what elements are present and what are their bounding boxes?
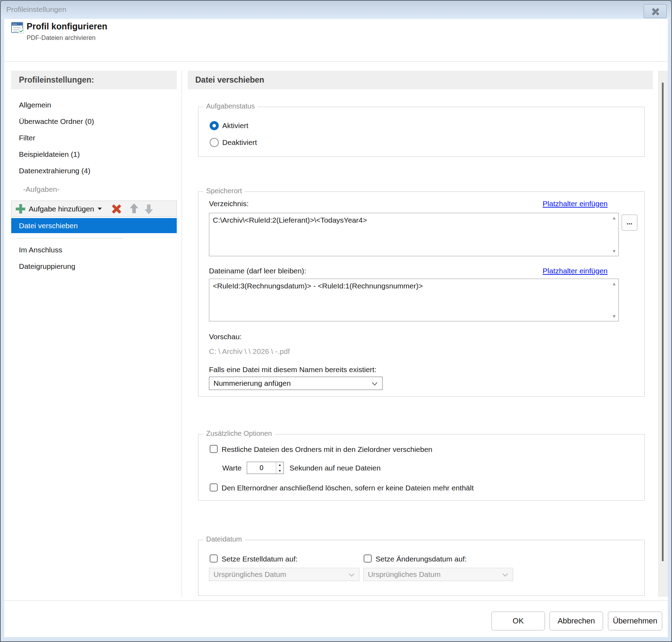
modified-date-value: Ursprüngliches Datum [368, 570, 441, 578]
scroll-up-icon[interactable]: ▲ [612, 215, 616, 221]
sidebar-item-datenextrahierung[interactable]: Datenextrahierung (4) [11, 162, 177, 179]
task-item-dateigruppierung[interactable]: Dateigruppierung [11, 258, 177, 274]
delete-task-icon[interactable] [112, 204, 121, 214]
page-subtitle: PDF-Dateien archivieren [27, 34, 96, 42]
chevron-down-icon [503, 571, 508, 577]
main-scrollbar[interactable] [658, 71, 668, 597]
profile-settings-dialog: Profileinstellungen Profil konfigurieren… [0, 0, 672, 642]
directory-placeholder-link[interactable]: Platzhalter einfügen [542, 200, 608, 208]
cancel-button[interactable]: Abbrechen [550, 612, 603, 630]
filename-label: Dateiname (darf leer bleiben): [209, 267, 306, 275]
task-item-im-anschluss[interactable]: Im Anschluss [11, 242, 177, 258]
chevron-down-icon [349, 571, 355, 577]
storage-legend: Speicherort [203, 187, 245, 195]
created-date-select[interactable]: Ursprüngliches Datum [209, 568, 359, 581]
chevron-down-icon [372, 380, 378, 386]
sidebar: Profileinstellungen: Allgemein Überwacht… [11, 71, 177, 600]
wait-seconds-stepper[interactable]: 0 ▲ ▼ [247, 462, 284, 474]
main-panel: Datei verschieben Aufgabenstatus Aktivie… [188, 71, 658, 600]
dialog-header: Profil konfigurieren PDF-Dateien archivi… [4, 19, 668, 62]
sidebar-heading: Profileinstellungen: [11, 71, 177, 89]
spinner-up-icon[interactable]: ▲ [276, 462, 284, 468]
set-created-date-label: Setze Erstelldatum auf: [222, 555, 298, 563]
close-icon [651, 8, 660, 15]
add-task-dropdown-caret-icon[interactable] [98, 208, 102, 210]
filename-input[interactable]: <RuleId:3(Rechnungsdatum)> - <RuleId:1(R… [209, 279, 619, 321]
move-up-icon[interactable] [130, 203, 138, 214]
wait-seconds-value: 0 [247, 462, 276, 474]
wait-suffix-label: Sekunden auf neue Dateien [289, 464, 380, 472]
task-item-datei-verschieben-selected[interactable]: Datei verschieben [11, 218, 177, 233]
sidebar-item-filter[interactable]: Filter [11, 130, 177, 146]
sidebar-item-allgemein[interactable]: Allgemein [11, 97, 177, 113]
wait-prefix-label: Warte [222, 464, 241, 472]
move-remaining-checkbox[interactable] [210, 445, 218, 453]
browse-button[interactable]: ... [622, 215, 637, 231]
set-modified-date-checkbox[interactable] [364, 554, 372, 563]
sidebar-item-beispieldateien[interactable]: Beispieldateien (1) [11, 146, 177, 162]
task-list-divider [17, 238, 123, 238]
radio-deaktiviert-label: Deaktiviert [222, 138, 257, 147]
conflict-selected-value: Nummerierung anfügen [214, 379, 291, 387]
page-title: Profil konfigurieren [27, 21, 107, 32]
set-modified-date-label: Setze Änderungsdatum auf: [376, 555, 467, 563]
dialog-body: Profil konfigurieren PDF-Dateien archivi… [4, 19, 668, 637]
extra-options-group: Zusätzliche Optionen Restliche Dateien d… [198, 434, 645, 501]
sidebar-item-ueberwachte-ordner[interactable]: Überwachte Ordner (0) [11, 113, 177, 130]
move-remaining-label: Restliche Dateien des Ordners mit in den… [222, 445, 432, 454]
tasks-separator: -Aufgaben- [11, 181, 177, 197]
modified-date-select[interactable]: Ursprüngliches Datum [363, 568, 513, 581]
conflict-label: Falls eine Datei mit diesem Namen bereit… [209, 365, 377, 374]
plus-icon [16, 204, 25, 214]
radio-aktiviert[interactable] [210, 121, 219, 130]
sidebar-divider [182, 71, 182, 597]
move-down-icon[interactable] [145, 203, 153, 214]
delete-parent-checkbox[interactable] [210, 483, 218, 491]
window-title: Profileinstellungen [6, 5, 66, 14]
footer: OK Abbrechen Übernehmen [4, 600, 668, 637]
filename-placeholder-link[interactable]: Platzhalter einfügen [542, 267, 608, 275]
main-heading: Datei verschieben [188, 71, 653, 89]
task-toolbar: Aufgabe hinzufügen [11, 201, 177, 217]
spinner-down-icon[interactable]: ▼ [276, 468, 284, 474]
add-task-button[interactable]: Aufgabe hinzufügen [29, 205, 94, 213]
scrollbar-thumb[interactable] [662, 83, 664, 561]
task-status-legend: Aufgabenstatus [203, 102, 258, 110]
titlebar[interactable]: Profileinstellungen [1, 1, 671, 19]
delete-parent-label: Den Elternordner anschließend löschen, s… [222, 484, 474, 492]
created-date-value: Ursprüngliches Datum [214, 570, 286, 578]
set-created-date-checkbox[interactable] [210, 554, 218, 563]
scroll-down-icon[interactable]: ▼ [612, 314, 616, 319]
file-date-group: Dateidatum Setze Erstelldatum auf: Urspr… [198, 540, 645, 596]
scroll-down-icon[interactable]: ▼ [612, 249, 616, 254]
preview-label: Vorschau: [209, 333, 241, 341]
task-status-group: Aufgabenstatus Aktiviert Deaktiviert [198, 107, 645, 157]
radio-aktiviert-label: Aktiviert [222, 121, 248, 130]
conflict-select[interactable]: Nummerierung anfügen [209, 377, 383, 390]
profile-config-icon [11, 22, 23, 33]
close-button[interactable] [644, 4, 667, 18]
directory-value: C:\Archiv\<RuleId:2(Lieferant)>\<TodaysY… [213, 216, 607, 224]
radio-deaktiviert[interactable] [210, 138, 219, 147]
preview-value: C: \ Archiv \ \ 2026 \ -.pdf [209, 347, 290, 356]
ok-button[interactable]: OK [491, 612, 545, 630]
apply-button[interactable]: Übernehmen [608, 612, 662, 630]
directory-input[interactable]: C:\Archiv\<RuleId:2(Lieferant)>\<TodaysY… [209, 213, 619, 256]
file-date-legend: Dateidatum [203, 535, 245, 543]
extra-options-legend: Zusätzliche Optionen [203, 430, 275, 438]
directory-label: Verzeichnis: [209, 200, 248, 208]
storage-group: Speicherort Verzeichnis: Platzhalter ein… [198, 191, 645, 397]
scroll-up-icon[interactable]: ▲ [612, 281, 616, 286]
filename-value: <RuleId:3(Rechnungsdatum)> - <RuleId:1(R… [213, 282, 607, 290]
